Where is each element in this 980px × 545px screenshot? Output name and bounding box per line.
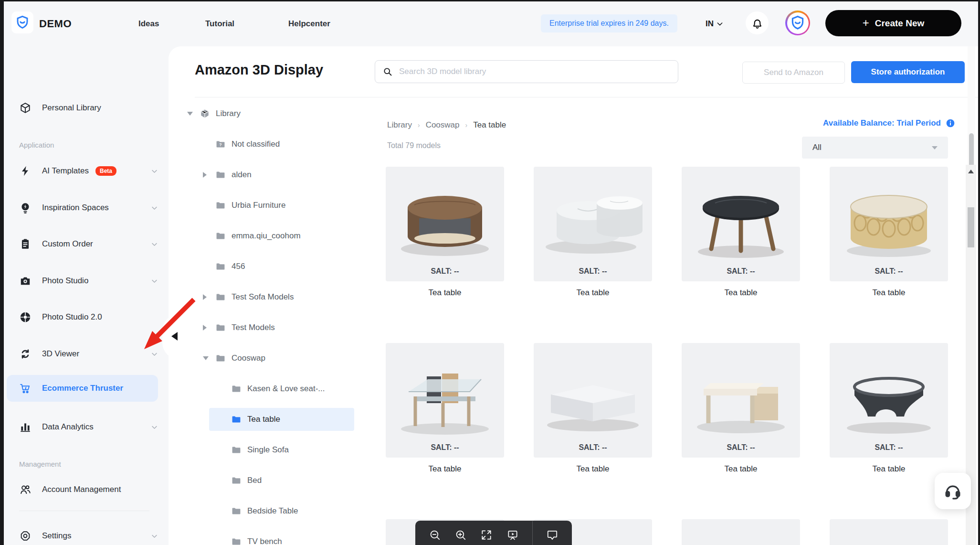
folder-icon bbox=[231, 475, 242, 486]
caret-right-icon[interactable] bbox=[203, 325, 207, 331]
tree-item-cooswap[interactable]: Cooswap bbox=[169, 347, 369, 370]
notifications-button[interactable] bbox=[746, 11, 769, 34]
sidebar-item-label: 3D Viewer bbox=[42, 349, 79, 359]
content-panel: Amazon 3D Display Send to Amazon Store a… bbox=[169, 46, 978, 545]
info-icon[interactable] bbox=[946, 118, 955, 128]
sidebar-item-inspiration-spaces[interactable]: Inspiration Spaces bbox=[7, 194, 158, 221]
product-name: Tea table bbox=[534, 288, 652, 298]
locale-value: IN bbox=[706, 19, 714, 29]
search-bar[interactable] bbox=[375, 60, 678, 83]
product-card[interactable]: SALT: --Tea table bbox=[682, 167, 800, 298]
present-icon[interactable] bbox=[506, 529, 519, 541]
zoom-in-icon[interactable] bbox=[454, 529, 467, 541]
scroll-up-arrow[interactable] bbox=[968, 170, 974, 173]
brand-name: DEMO bbox=[39, 1, 72, 46]
tag-icon[interactable] bbox=[546, 529, 558, 541]
tree-item-label: Bed bbox=[247, 476, 262, 485]
nav-helpcenter[interactable]: Helpcenter bbox=[288, 1, 330, 46]
tree-item-label: Cooswap bbox=[232, 353, 265, 363]
tree-item-emma-qiu-coohom[interactable]: emma.qiu_coohom bbox=[169, 224, 369, 247]
nav-ideas[interactable]: Ideas bbox=[138, 1, 159, 46]
sidebar-item-label: Data Analytics bbox=[42, 422, 94, 432]
caret-right-icon[interactable] bbox=[203, 172, 207, 178]
chevron-down-icon bbox=[151, 351, 158, 358]
tree-item-label: Tea table bbox=[247, 415, 280, 424]
chevron-down-icon bbox=[716, 20, 724, 28]
breadcrumb-cooswap[interactable]: Cooswap bbox=[426, 120, 460, 130]
product-image-glass-wood: SALT: -- bbox=[386, 343, 504, 458]
tree-item-label: Kasen & Love seat-... bbox=[247, 384, 325, 394]
breadcrumb-separator: › bbox=[465, 121, 468, 129]
product-name: Tea table bbox=[534, 464, 652, 474]
create-new-button[interactable]: + Create New bbox=[825, 10, 961, 36]
product-card-partial[interactable] bbox=[682, 519, 800, 545]
salt-value: SALT: -- bbox=[534, 267, 652, 276]
filter-dropdown[interactable]: All bbox=[802, 137, 948, 159]
product-image-gold-drum: SALT: -- bbox=[830, 167, 948, 281]
product-card[interactable]: SALT: --Tea table bbox=[830, 343, 948, 474]
tree-item-library[interactable]: Library bbox=[169, 102, 369, 125]
app-logo[interactable] bbox=[11, 11, 33, 33]
avatar[interactable] bbox=[785, 11, 810, 35]
tree-item-kasen-love-seat-[interactable]: Kasen & Love seat-... bbox=[169, 377, 369, 400]
sidebar-item-account-management[interactable]: Account Management bbox=[7, 476, 158, 503]
product-card[interactable]: SALT: --Tea table bbox=[830, 167, 948, 298]
sidebar-item-photo-studio-2-0[interactable]: Photo Studio 2.0 bbox=[7, 304, 158, 331]
tree-item-test-sofa-models[interactable]: Test Sofa Models bbox=[169, 286, 369, 309]
product-card[interactable]: SALT: --Tea table bbox=[534, 343, 652, 474]
product-name: Tea table bbox=[386, 288, 504, 298]
tree-item-label: Urbia Furniture bbox=[232, 201, 285, 210]
support-button[interactable] bbox=[935, 473, 971, 509]
tree-item-alden[interactable]: alden bbox=[169, 163, 369, 186]
folder-icon bbox=[215, 322, 226, 333]
grid-scrollbar-thumb[interactable] bbox=[968, 207, 974, 247]
folder-icon bbox=[231, 536, 242, 545]
product-card[interactable]: SALT: --Tea table bbox=[534, 167, 652, 298]
product-card[interactable]: SALT: --Tea table bbox=[386, 167, 504, 298]
tree-item-tv-bench[interactable]: TV bench bbox=[169, 530, 369, 545]
tree-item-test-models[interactable]: Test Models bbox=[169, 316, 369, 339]
sidebar-item-photo-studio[interactable]: Photo Studio bbox=[7, 267, 158, 294]
sidebar-item-label: Inspiration Spaces bbox=[42, 203, 109, 213]
collapse-panel-button[interactable] bbox=[171, 332, 178, 341]
beta-badge: Beta bbox=[95, 166, 116, 176]
nav-tutorial[interactable]: Tutorial bbox=[205, 1, 234, 46]
tree-item-bedside-table[interactable]: Bedside Table bbox=[169, 500, 369, 523]
locale-switcher[interactable]: IN bbox=[706, 1, 724, 46]
sidebar-item-custom-order[interactable]: Custom Order bbox=[7, 231, 158, 257]
zoom-out-icon[interactable] bbox=[429, 529, 441, 541]
camera-icon bbox=[19, 275, 32, 287]
product-name: Tea table bbox=[830, 288, 948, 298]
product-card-partial[interactable] bbox=[830, 519, 948, 545]
sidebar-item-settings[interactable]: Settings bbox=[7, 523, 158, 545]
tree-item-bed[interactable]: Bed bbox=[169, 469, 369, 492]
sidebar-item-3d-viewer[interactable]: 3D Viewer bbox=[7, 341, 158, 367]
sidebar-item-ai-templates[interactable]: AI TemplatesBeta bbox=[7, 158, 158, 184]
chevron-down-icon bbox=[151, 278, 158, 285]
tree-item-label: Library bbox=[216, 109, 241, 118]
aperture-icon bbox=[19, 311, 32, 323]
sidebar-item-label: Settings bbox=[42, 531, 71, 541]
product-card[interactable]: SALT: --Tea table bbox=[682, 343, 800, 474]
sidebar-item-personal-library[interactable]: Personal Library bbox=[7, 95, 158, 121]
tree-item-label: TV bench bbox=[247, 537, 282, 545]
breadcrumb-library[interactable]: Library bbox=[387, 120, 412, 130]
sidebar-item-ecommerce-thruster[interactable]: Ecommerce Thruster bbox=[7, 375, 158, 402]
tree-item-urbia-furniture[interactable]: Urbia Furniture bbox=[169, 194, 369, 217]
fullscreen-icon[interactable] bbox=[480, 529, 493, 541]
tree-item-single-sofa[interactable]: Single Sofa bbox=[169, 438, 369, 461]
tree-item-456[interactable]: 456 bbox=[169, 255, 369, 278]
search-input[interactable] bbox=[398, 66, 670, 77]
store-authorization-button[interactable]: Store authorization bbox=[851, 61, 965, 83]
tree-item-tea-table[interactable]: Tea table bbox=[169, 408, 369, 431]
send-to-amazon-button[interactable]: Send to Amazon bbox=[742, 62, 845, 84]
tree-item-label: 456 bbox=[232, 262, 245, 271]
caret-down-icon[interactable] bbox=[187, 112, 193, 116]
sidebar-item-data-analytics[interactable]: Data Analytics bbox=[7, 414, 158, 440]
tree-item-not-classified[interactable]: ?Not classified bbox=[169, 133, 369, 156]
caret-down-icon[interactable] bbox=[203, 356, 209, 360]
caret-right-icon[interactable] bbox=[203, 294, 207, 300]
product-card[interactable]: SALT: --Tea table bbox=[386, 343, 504, 474]
salt-value: SALT: -- bbox=[682, 267, 800, 276]
folder-tree: Library?Not classifiedaldenUrbia Furnitu… bbox=[169, 97, 369, 545]
